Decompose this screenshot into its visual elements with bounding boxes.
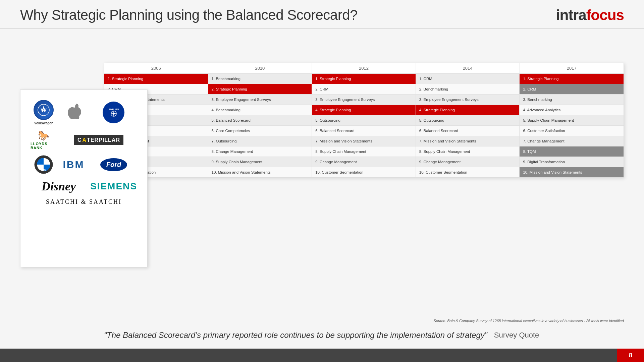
caterpillar-logo-icon: CATERPILLAR bbox=[74, 135, 123, 145]
bottom-section: Source: Bain & Company Survey of 1268 in… bbox=[104, 319, 624, 341]
table-header: 2006 2010 2012 2014 2017 bbox=[104, 63, 624, 74]
table-cell-r4-c2: 4. Benchmarking bbox=[208, 105, 312, 115]
ranking-table-card: 2006 2010 2012 2014 2017 1. Strategic Pl… bbox=[104, 63, 624, 178]
ford-logo-item: Ford bbox=[100, 158, 127, 171]
table-cell-r3-c5: 3. Benchmarking bbox=[520, 95, 624, 105]
table-cell-r6-c5: 6. Customer Satisfaction bbox=[520, 126, 624, 136]
philips-logo-item: PHILIPS bbox=[103, 102, 124, 123]
table-cell-r10-c2: 10. Mission and Vision Statements bbox=[208, 167, 312, 177]
table-cell-r5-c5: 5. Supply Chain Management bbox=[520, 115, 624, 125]
year-2014-header: 2014 bbox=[416, 63, 520, 73]
table-body: 1. Strategic Planning1. Benchmarking1. S… bbox=[104, 74, 624, 177]
table-cell-r1-c2: 1. Benchmarking bbox=[208, 74, 312, 84]
table-cell-r4-c4: 4. Strategic Planning bbox=[416, 105, 520, 115]
saatchi-logo-item: Saatchi & Saatchi bbox=[46, 198, 122, 205]
table-cell-r7-c4: 7. Mission and Vision Statements bbox=[416, 136, 520, 146]
table-row: 10. Customer Segmentation10. Mission and… bbox=[104, 167, 624, 177]
logo-grid: Volkswagen PHILIPS bbox=[31, 100, 137, 205]
survey-tag-label: Survey Quote bbox=[494, 331, 539, 340]
table-cell-r2-c3: 2. CRM bbox=[312, 84, 416, 94]
logo-intra: intra bbox=[556, 7, 586, 23]
table-row: 9. Strategic Alliances9. Supply Chain Ma… bbox=[104, 157, 624, 167]
table-row: 1. Strategic Planning1. Benchmarking1. S… bbox=[104, 74, 624, 84]
apple-logo-item bbox=[65, 102, 82, 123]
table-cell-r3-c2: 3. Employee Engagement Surveys bbox=[208, 95, 312, 105]
table-cell-r5-c2: 5. Balanced Scorecard bbox=[208, 115, 312, 125]
logo-focus: focus bbox=[586, 7, 624, 23]
svg-text:PHILIPS: PHILIPS bbox=[108, 108, 119, 111]
table-cell-r8-c2: 8. Change Management bbox=[208, 146, 312, 157]
footer-page-number-box: 8 bbox=[617, 349, 644, 362]
table-row: 5. Outsourcing5. Balanced Scorecard5. Ou… bbox=[104, 115, 624, 126]
table-cell-r10-c5: 10. Mission and Vision Statements bbox=[520, 167, 624, 177]
table-cell-r2-c5: 2. CRM bbox=[520, 84, 624, 94]
table-cell-r5-c3: 5. Outsourcing bbox=[312, 115, 416, 125]
lloyds-logo-item: 🐎 LLOYDS BANK bbox=[31, 130, 57, 150]
lloyds-logo-icon: 🐎 LLOYDS BANK bbox=[31, 130, 57, 150]
disney-logo-item: Disney bbox=[42, 179, 76, 193]
table-cell-r1-c5: 1. Strategic Planning bbox=[520, 74, 624, 84]
ibm-logo-item: IBM bbox=[63, 159, 84, 170]
svg-point-6 bbox=[113, 113, 115, 115]
table-row: 7. Change Management7. Outsourcing7. Mis… bbox=[104, 136, 624, 146]
table-cell-r8-c4: 8. Supply Chain Management bbox=[416, 146, 520, 157]
table-cell-r2-c2: 2. Strategic Planning bbox=[208, 84, 312, 94]
brand-logo: intrafocus bbox=[556, 7, 624, 23]
lloyds-bank-label: LLOYDS BANK bbox=[31, 142, 57, 150]
table-cell-r7-c3: 7. Mission and Vision Statements bbox=[312, 136, 416, 146]
table-row: 4. CRM4. Benchmarking4. Strategic Planni… bbox=[104, 105, 624, 115]
header: Why Strategic Planning using the Balance… bbox=[0, 0, 644, 29]
table-cell-r3-c3: 3. Employee Engagement Surveys bbox=[312, 95, 416, 105]
table-row: 6. Balanced Scorecard6. Core Competencie… bbox=[104, 126, 624, 136]
philips-logo-icon: PHILIPS bbox=[103, 102, 124, 123]
ford-logo-icon: Ford bbox=[100, 158, 127, 171]
table-row: 3. Mission and Vision Statements3. Emplo… bbox=[104, 95, 624, 105]
table-cell-r2-c4: 2. Benchmarking bbox=[416, 84, 520, 94]
disney-logo-icon: Disney bbox=[42, 179, 76, 193]
table-cell-r8-c3: 8. Supply Chain Management bbox=[312, 146, 416, 157]
table-row: 8. Core Competencies8. Change Management… bbox=[104, 146, 624, 157]
year-2006-header: 2006 bbox=[104, 63, 208, 73]
table-cell-r9-c3: 9. Change Management bbox=[312, 157, 416, 167]
volkswagen-logo-item: Volkswagen bbox=[34, 100, 54, 125]
saatchi-logo-icon: Saatchi & Saatchi bbox=[46, 198, 122, 205]
year-2010-header: 2010 bbox=[208, 63, 312, 73]
siemens-logo-icon: SIEMENS bbox=[90, 181, 137, 192]
table-cell-r4-c5: 4. Advanced Analytics bbox=[520, 105, 624, 115]
table-cell-r9-c4: 9. Change Management bbox=[416, 157, 520, 167]
table-cell-r6-c2: 6. Core Competencies bbox=[208, 126, 312, 136]
table-cell-r10-c3: 10. Customer Segmentation bbox=[312, 167, 416, 177]
bmw-logo-item: BMW bbox=[34, 155, 53, 174]
table-cell-r8-c5: 8. TQM bbox=[520, 146, 624, 157]
page-number: 8 bbox=[629, 352, 632, 359]
page-title: Why Strategic Planning using the Balance… bbox=[20, 7, 358, 23]
quote-section: “The Balanced Scorecard’s primary report… bbox=[104, 329, 624, 341]
year-2017-header: 2017 bbox=[520, 63, 624, 73]
caterpillar-logo-item: CATERPILLAR bbox=[74, 135, 123, 145]
table-cell-r1-c4: 1. CRM bbox=[416, 74, 520, 84]
table-cell-r7-c2: 7. Outsourcing bbox=[208, 136, 312, 146]
table-cell-r9-c5: 9. Digital Transformation bbox=[520, 157, 624, 167]
table-cell-r6-c4: 6. Balanced Scorecard bbox=[416, 126, 520, 136]
svg-text:BMW: BMW bbox=[41, 169, 46, 171]
footer-dark-bar bbox=[0, 349, 617, 362]
table-cell-r4-c3: 4. Strategic Planning bbox=[312, 105, 416, 115]
table-cell-r6-c3: 6. Balanced Scorecard bbox=[312, 126, 416, 136]
bsc-quote: “The Balanced Scorecard’s primary report… bbox=[104, 329, 487, 341]
main-content: Volkswagen PHILIPS bbox=[0, 29, 644, 348]
client-logos-card: Volkswagen PHILIPS bbox=[20, 89, 148, 267]
table-cell-r7-c5: 7. Change Management bbox=[520, 136, 624, 146]
table-row: 2. CRM2. Strategic Planning2. CRM2. Benc… bbox=[104, 84, 624, 95]
footer: 8 bbox=[0, 349, 644, 362]
table-cell-r1-c3: 1. Strategic Planning bbox=[312, 74, 416, 84]
source-citation: Source: Bain & Company Survey of 1268 in… bbox=[104, 319, 624, 323]
table-cell-r1-c1: 1. Strategic Planning bbox=[104, 74, 208, 84]
volkswagen-label: Volkswagen bbox=[34, 121, 53, 125]
table-cell-r10-c4: 10. Customer Segmentation bbox=[416, 167, 520, 177]
siemens-logo-item: SIEMENS bbox=[90, 181, 137, 192]
apple-logo-icon bbox=[65, 102, 82, 123]
bmw-logo-icon: BMW bbox=[34, 155, 53, 174]
ibm-logo-icon: IBM bbox=[63, 159, 84, 170]
table-cell-r5-c4: 5. Outsourcing bbox=[416, 115, 520, 125]
table-cell-r9-c2: 9. Supply Chain Management bbox=[208, 157, 312, 167]
